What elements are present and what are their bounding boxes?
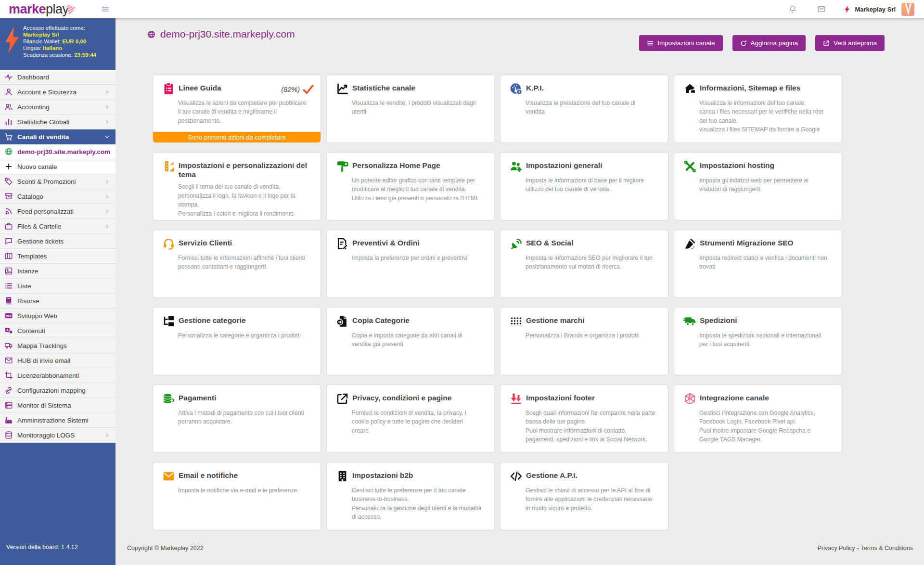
card-pagamenti[interactable]: PagamentiAttiva i metodi di pagamento co… <box>153 385 321 453</box>
link-icon <box>4 386 13 395</box>
sidebar-item-mappa-trackings[interactable]: Mappa Trackings <box>0 338 116 353</box>
card-title: Preventivi & Ordini <box>352 237 420 248</box>
card-title: Email e notifiche <box>179 470 238 480</box>
refresh-icon <box>740 40 747 47</box>
sidebar-item-account-e-sicurezza[interactable]: Account e Sicurezza <box>0 85 116 100</box>
card-impostazioni-generali[interactable]: Impostazioni generaliImposta le informaz… <box>500 152 668 220</box>
markeplay-logo[interactable]: markeplay <box>9 0 77 19</box>
channel-domain: demo-prj30.site.markeply.com <box>160 28 295 40</box>
sidebar-item-files-cartelle[interactable]: Files & Cartelle <box>0 219 116 234</box>
card-description: Imposta le notifiche via e-mail e le pre… <box>178 486 308 495</box>
card-title: K.P.I. <box>526 82 544 93</box>
card-personalizza-home-page[interactable]: Personalizza Home PageUn potente editor … <box>326 152 495 220</box>
hamburger-icon[interactable] <box>102 5 109 13</box>
sidebar-item-gestione-tickets[interactable]: Gestione tickets <box>0 234 116 249</box>
sidebar-item-contenuti[interactable]: AContenuti <box>0 323 116 338</box>
card-copia-categorie[interactable]: Copia CategorieCopia e importa categorie… <box>326 307 495 375</box>
external-icon <box>823 40 830 47</box>
card-seo-social[interactable]: SEO & SocialImposta le informazioni SEO … <box>500 230 668 298</box>
session-expiry-line: Scadenza sessione: 23:59:44 <box>23 51 96 58</box>
mail-icon <box>4 356 13 365</box>
sidebar-item-statistiche-globali[interactable]: Statistiche Globali <box>0 115 116 129</box>
sidebar-item-feed-personalizzati[interactable]: Feed personalizzati <box>0 204 116 219</box>
card-statistiche-canale[interactable]: Statistiche canaleVisualizza le vendite,… <box>326 75 495 143</box>
sidebar-item-hub-di-invio-email[interactable]: HUB di invio email <box>0 353 116 368</box>
sidebar-item-monitoraggio-logs[interactable]: Monitoraggio LOGS <box>0 428 116 443</box>
card-impostazioni-e-personalizzazioni-del-tema[interactable]: Impostazioni e personalizzazioni del tem… <box>153 152 321 220</box>
sidebar-item-canali-di-vendita[interactable]: Canali di vendita <box>0 129 116 144</box>
card-spedizioni[interactable]: SpedizioniImposta le spedizioni nazional… <box>674 307 842 375</box>
language-line: Lingua: Italiano <box>23 45 96 51</box>
sidebar-item-amministrazione-sistemi[interactable]: Amministrazione Sistemi <box>0 413 116 428</box>
footer: Copyright © Markeplay 2022 Privacy Polic… <box>127 545 913 552</box>
card-title: Copia Categorie <box>352 315 410 325</box>
card-impostazioni-b2b[interactable]: Impostazioni b2bGestisci tutte le prefer… <box>326 462 495 530</box>
svg-text:DEV: DEV <box>6 315 11 318</box>
card-k-p-i[interactable]: K.P.I.Visualizza le prestazione del tuo … <box>500 75 668 143</box>
card-title: Impostazioni hosting <box>700 160 774 170</box>
card-gestione-a-p-i[interactable]: Gestione A.P.I.Gestisci le chiavi di acc… <box>500 462 668 530</box>
card-description: Un potente editor grafico con tanti temp… <box>352 176 482 203</box>
card-informazioni-sitemap-e-files[interactable]: Informazioni, Sitemap e filesVisualizza … <box>674 75 842 143</box>
dev-icon: DEV <box>4 311 13 320</box>
sidebar-item-sviluppo-web[interactable]: DEVSviluppo Web <box>0 308 116 323</box>
card-servizio-clienti[interactable]: Servizio ClientiFornisci tutte le inform… <box>153 230 321 298</box>
sidebar-item-sconti-promozioni[interactable]: Sconti & Promozioni <box>0 174 116 189</box>
session-account: Markeplay Srl <box>23 31 96 38</box>
card-strumenti-migrazione-seo[interactable]: Strumenti Migrazione SEOImposta redirect… <box>674 230 842 298</box>
card-title: Statistiche canale <box>352 82 415 93</box>
sidebar-item-istanze[interactable]: Istanze <box>0 264 116 279</box>
sidebar-item-risorse[interactable]: Risorse <box>0 294 116 308</box>
sidebar-item-nuovo-canale[interactable]: Nuovo canale <box>0 159 116 174</box>
account-name: Markeplay Srl <box>855 6 896 13</box>
card-email-e-notifiche[interactable]: Email e notificheImposta le notifiche vi… <box>153 462 321 530</box>
pennant-icon <box>66 4 77 19</box>
card-title: Impostazioni b2b <box>352 470 413 480</box>
card-description: Gestisci l'integrazione con Google Analy… <box>699 409 829 444</box>
completion-indicator: (82%) <box>281 83 314 95</box>
topbar: markeplay Markeplay Srl <box>0 0 924 18</box>
sidebar-item-templates[interactable]: Templates <box>0 249 116 264</box>
sidebar-item-liste[interactable]: Liste <box>0 279 116 294</box>
completion-percent: (82%) <box>281 86 300 93</box>
card-description: Attiva i metodi di pagamento con cui i t… <box>178 409 308 426</box>
card-impostazioni-hosting[interactable]: Impostazioni hostingImposta gli indirizz… <box>674 152 842 220</box>
card-privacy-condizioni-e-pagine[interactable]: Privacy, condizioni e pagineFornisci le … <box>326 385 495 453</box>
aggiorna-pagina-button[interactable]: Aggiorna pagina <box>732 35 806 51</box>
mail-icon[interactable] <box>817 5 826 13</box>
users-icon <box>4 103 13 111</box>
bell-icon[interactable] <box>788 5 797 13</box>
vedi-anteprima-button[interactable]: Vedi anteprima <box>815 35 885 51</box>
sidebar: Accesso effettuato come: Markeplay Srl B… <box>0 18 116 565</box>
sidebar-item-accounting[interactable]: Accounting <box>0 100 116 115</box>
terms-conditions-link[interactable]: Terms & Conditions <box>861 545 913 552</box>
foldertree-icon <box>162 315 175 328</box>
sidebar-item-licenze-abbonamenti[interactable]: Licenze/abbonamenti <box>0 368 116 383</box>
card-impostazioni-footer[interactable]: Impostazioni footerScegli quali informaz… <box>500 385 668 453</box>
sidebar-item-catalogo[interactable]: Catalogo <box>0 189 116 204</box>
sidebar-item-monitor-di-sistema[interactable]: Monitor di Sistema <box>0 398 116 413</box>
coins-icon <box>162 392 175 405</box>
sidebar-item-configurazioni-mapping[interactable]: Configurazioni mapping <box>0 383 116 398</box>
session-info: Accesso effettuato come: Markeplay Srl B… <box>0 18 116 70</box>
sidebar-item-demo-prj30-site-markeply-com[interactable]: demo-prj30.site.markeply.com <box>0 144 116 159</box>
card-description: Visualizza le azioni da completare per p… <box>178 99 308 125</box>
language-value: Italiano <box>43 45 62 51</box>
sidebar-menu: DashboardAccount e SicurezzaAccountingSt… <box>0 70 116 443</box>
chevron-down-icon <box>104 134 110 140</box>
card-gestione-marchi[interactable]: Gestione marchiPersonalizza i Brands e o… <box>500 307 668 375</box>
privacy-policy-link[interactable]: Privacy Policy <box>818 545 855 552</box>
content-icon: A <box>4 326 13 335</box>
card-linee-guida[interactable]: Linee GuidaVisualizza le azioni da compl… <box>153 75 321 143</box>
hexagon-icon <box>683 392 696 405</box>
sidebar-item-dashboard[interactable]: Dashboard <box>0 70 116 85</box>
card-integrazione-canale[interactable]: Integrazione canaleGestisci l'integrazio… <box>674 385 842 453</box>
card-gestione-categorie[interactable]: Gestione categoriePersonalizza le catego… <box>153 307 321 375</box>
cards-grid: Linee GuidaVisualizza le azioni da compl… <box>153 75 924 530</box>
card-preventivi-ordini[interactable]: Preventivi & OrdiniImposta la preferenze… <box>326 230 495 298</box>
check-icon <box>302 83 314 95</box>
chat-icon <box>4 237 13 245</box>
envelope-icon <box>162 470 175 483</box>
impostazioni-canale-button[interactable]: Impostazioni canale <box>639 35 722 51</box>
avatar[interactable] <box>901 3 914 16</box>
